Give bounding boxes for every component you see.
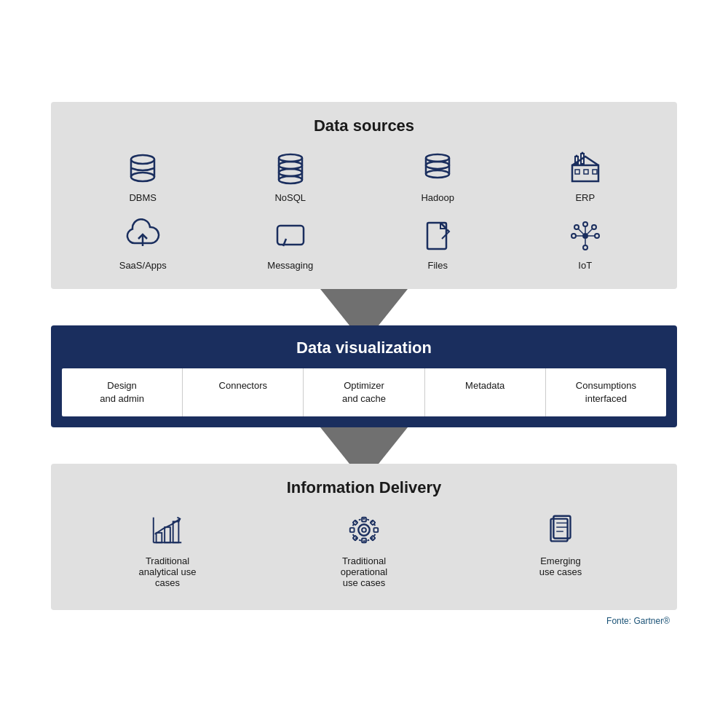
analytical-icon [149,512,186,548]
svg-point-25 [595,234,599,238]
erp-icon [567,150,604,186]
icon-item-erp: ERP [515,150,656,203]
arrow-1-container [51,289,677,325]
analytical-label: Traditionalanalytical usecases [139,555,197,588]
emerging-icon [542,512,579,548]
icon-item-messaging: Messaging [221,218,361,271]
svg-rect-46 [373,528,378,532]
messaging-label: Messaging [267,260,313,271]
svg-line-32 [578,229,583,234]
saas-label: SaaS/Apps [119,260,167,271]
arrow-down-2 [313,427,415,464]
iot-label: IoT [578,260,592,271]
files-label: Files [428,260,448,271]
svg-rect-39 [165,527,170,542]
data-sources-title: Data sources [73,116,655,135]
erp-label: ERP [575,192,595,203]
svg-rect-13 [584,170,588,174]
hadoop-label: Hadoop [421,192,454,203]
svg-point-42 [362,528,366,532]
arrow-down-1 [313,289,415,325]
icon-item-dbms: DBMS [73,150,213,203]
viz-panel-connectors: Connectors [183,368,304,416]
svg-point-3 [279,162,302,169]
svg-rect-38 [157,533,162,542]
svg-rect-14 [593,170,597,174]
data-viz-title: Data visualization [51,325,677,368]
operational-icon [346,512,382,548]
svg-line-33 [587,229,593,234]
svg-point-5 [279,176,302,183]
viz-panel-optimizer: Optimizerand cache [304,368,424,416]
icon-item-analytical: Traditionalanalytical usecases [73,512,262,588]
svg-marker-35 [320,427,408,464]
svg-rect-9 [572,165,598,181]
icon-item-iot: IoT [515,218,656,271]
viz-panels: Designand admin Connectors Optimizerand … [62,368,666,416]
svg-point-7 [426,162,449,169]
svg-rect-18 [277,226,304,245]
svg-point-16 [581,151,583,154]
svg-point-22 [583,222,587,226]
svg-rect-12 [575,170,579,174]
svg-point-2 [279,154,302,162]
iot-icon [567,218,604,254]
delivery-icons-grid: Traditionalanalytical usecases [73,512,655,588]
footer: Fonte: Gartner® [51,616,677,626]
icon-item-nosql: NoSQL [221,150,361,203]
svg-point-1 [131,173,154,181]
data-sources-icons-grid: DBMS [73,150,655,271]
data-sources-box: Data sources DBMS [51,102,677,289]
saas-icon [124,218,161,254]
icon-item-hadoop: Hadoop [368,150,508,203]
viz-panel-design: Designand admin [62,368,183,416]
data-visualization-box: Data visualization Designand admin Conne… [51,325,677,427]
svg-point-41 [358,524,369,535]
operational-label: Traditionaloperationaluse cases [341,555,387,588]
svg-point-23 [583,245,587,250]
info-delivery-title: Information Delivery [73,478,655,497]
information-delivery-box: Information Delivery [51,464,677,610]
svg-point-15 [575,154,577,157]
svg-rect-45 [350,528,355,532]
files-icon [419,218,456,254]
emerging-label: Emerginguse cases [539,555,582,577]
viz-panel-metadata: Metadata [425,368,546,416]
dbms-label: DBMS [129,192,157,203]
svg-point-4 [279,169,302,176]
svg-point-24 [571,234,576,238]
svg-marker-34 [320,289,408,325]
viz-panel-consumptions: Consumptionsinterfaced [546,368,666,416]
svg-rect-40 [173,522,179,543]
svg-point-6 [426,154,449,162]
fonte-label: Fonte: Gartner® [606,616,670,626]
svg-point-21 [582,233,588,239]
icon-item-files: Files [368,218,508,271]
svg-point-0 [131,155,154,164]
hadoop-icon [419,150,456,186]
arrow-2-container [51,427,677,464]
icon-item-operational: Traditionaloperationaluse cases [269,512,459,588]
svg-point-8 [426,170,449,178]
main-container: Data sources DBMS [51,102,677,626]
messaging-icon [272,218,309,254]
icon-item-emerging: Emerginguse cases [466,512,655,588]
nosql-label: NoSQL [274,192,306,203]
nosql-icon [272,150,309,186]
dbms-icon [124,150,161,186]
icon-item-saas: SaaS/Apps [73,218,213,271]
